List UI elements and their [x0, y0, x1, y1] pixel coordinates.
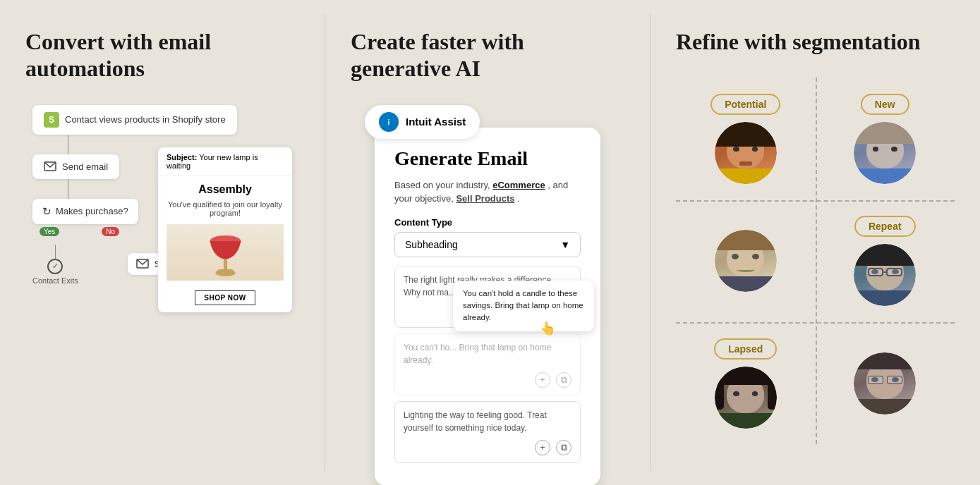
copy-button-2[interactable]: ⧉	[556, 372, 571, 388]
email-body: Assembly You've qualified to join our lo…	[158, 176, 292, 312]
segment-row2-col1	[676, 200, 816, 322]
email-text: You've qualified to join our loyalty pro…	[167, 200, 284, 217]
generate-email-desc: Based on your industry, eCommerce , and …	[394, 178, 581, 206]
segment-new: New	[816, 78, 955, 199]
avatar-row2-col1	[715, 230, 777, 292]
repeat-tag: Repeat	[854, 216, 916, 237]
add-button-3[interactable]: +	[535, 440, 550, 455]
segment-repeat: Repeat	[816, 200, 955, 322]
intuit-assist-header: i Intuit Assist	[365, 105, 480, 139]
lamp-svg	[206, 226, 245, 278]
segment-grid: Potential New	[676, 78, 955, 444]
segment-lapsed: Lapsed	[676, 322, 816, 444]
flow-exit: ✓ Contact Exits	[32, 245, 78, 285]
panel1-title: Convert with email automations	[25, 28, 299, 82]
generate-email-title: Generate Email	[394, 147, 581, 170]
avatar-new	[854, 122, 916, 184]
intuit-assist-label: Intuit Assist	[406, 116, 466, 128]
ai-suggestion-bubble: You can't hold a candle to these savings…	[453, 281, 594, 331]
svg-rect-5	[217, 269, 234, 274]
sell-products-link: Sell Products	[456, 193, 514, 204]
content-type-label: Content Type	[394, 217, 581, 228]
connector-2	[68, 179, 68, 199]
text-block-3: Lighting the way to feeling good. Treat …	[394, 401, 581, 463]
shop-now-button[interactable]: SHOP NOW	[195, 290, 255, 305]
segment-row3-col2	[816, 322, 955, 444]
chevron-down-icon: ▼	[560, 239, 570, 250]
avatar-row3-col2	[854, 352, 916, 415]
copy-button-3[interactable]: ⧉	[556, 440, 571, 455]
new-tag: New	[861, 94, 909, 115]
generative-ai-panel: Create faster with generative AI i Intui…	[325, 0, 650, 485]
add-button-2[interactable]: +	[535, 372, 550, 388]
flow-step1: S Contact views products in Shopify stor…	[32, 105, 237, 135]
shopify-icon: S	[44, 112, 59, 128]
flow-step2: Send email	[32, 154, 119, 179]
intuit-icon: i	[379, 112, 399, 132]
text-block-2-actions: + ⧉	[404, 372, 571, 388]
email-automations-panel: Convert with email automations S Contact…	[0, 0, 325, 485]
email-icon	[44, 161, 56, 171]
segmentation-panel: Refine with segmentation Potential	[651, 0, 980, 485]
lamp-illustration	[167, 224, 284, 281]
content-type-value: Subheading	[405, 239, 458, 250]
ecommerce-link[interactable]: eCommerce	[492, 180, 545, 190]
potential-tag: Potential	[710, 94, 780, 115]
text-block-2: You can't ho... Bring that lamp on home …	[394, 333, 581, 395]
no-badge: No	[102, 227, 119, 236]
text-block-3-actions: + ⧉	[404, 440, 571, 455]
email-title: Assembly	[167, 183, 284, 196]
yes-badge: Yes	[40, 227, 59, 236]
email-subject: Subject: Your new lamp is waiting	[158, 147, 292, 176]
lapsed-tag: Lapsed	[714, 338, 777, 360]
text-block-1: The right light really makes a differenc…	[394, 266, 581, 328]
purchase-icon: ↻	[42, 205, 52, 218]
flow-step3: ↻ Makes purchase?	[32, 199, 138, 224]
email-preview-card: Subject: Your new lamp is waiting Assemb…	[158, 147, 292, 312]
avatar-repeat	[854, 244, 916, 306]
content-type-select[interactable]: Subheading ▼	[394, 232, 581, 257]
panel3-title: Refine with segmentation	[676, 28, 955, 55]
svg-text:i: i	[388, 118, 390, 126]
panel2-title: Create faster with generative AI	[351, 28, 624, 82]
avatar-potential	[715, 122, 777, 184]
avatar-lapsed	[715, 367, 777, 429]
reminder-email-icon	[136, 259, 149, 269]
generate-email-card: Generate Email Based on your industry, e…	[375, 128, 600, 485]
segment-potential: Potential	[676, 78, 816, 199]
connector-1	[68, 135, 68, 154]
